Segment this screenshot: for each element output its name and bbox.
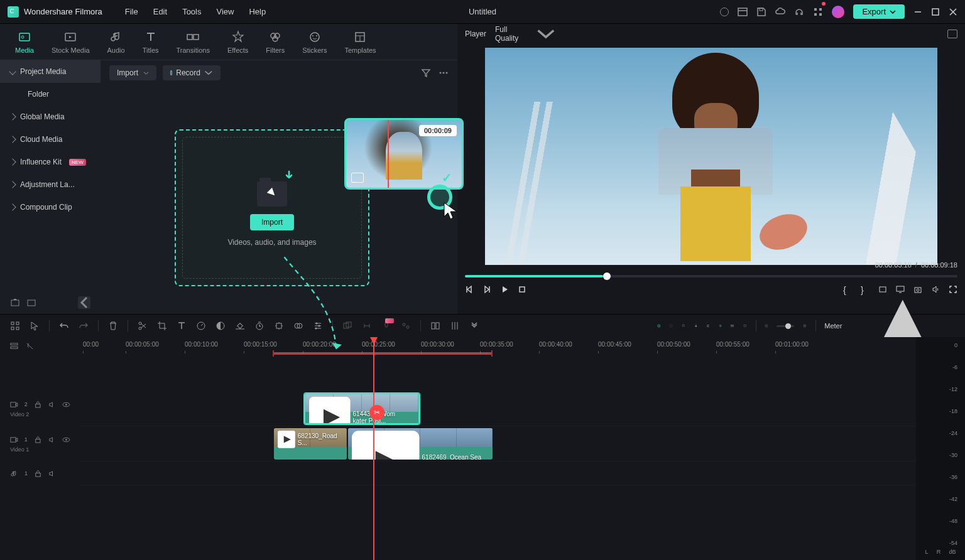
undo-button[interactable]: [59, 321, 69, 331]
tracks-menu-icon[interactable]: [10, 342, 18, 350]
speed-button[interactable]: [196, 321, 206, 331]
voice-button[interactable]: [381, 321, 391, 331]
beat-button[interactable]: [401, 321, 411, 331]
tab-effects[interactable]: Effects: [227, 30, 248, 54]
track-video2[interactable]: 6144331_Wom kater Posi... ✂: [80, 391, 916, 426]
mute-icon[interactable]: [48, 401, 57, 409]
visibility-icon[interactable]: [62, 401, 70, 409]
tab-media[interactable]: Media: [15, 30, 34, 54]
sidebar-folder[interactable]: Folder: [0, 83, 101, 105]
group-button[interactable]: [342, 321, 352, 331]
sidebar-global-media[interactable]: Global Media: [0, 105, 101, 128]
cloud-icon[interactable]: [775, 7, 785, 17]
import-button[interactable]: Import: [250, 214, 294, 230]
color-button[interactable]: [215, 321, 226, 331]
link-icon[interactable]: [731, 321, 734, 331]
mute-icon[interactable]: [48, 470, 57, 478]
quality-dropdown[interactable]: Full Quality: [495, 25, 556, 43]
mute-icon[interactable]: [48, 436, 57, 444]
smile-marker-icon[interactable]: [657, 321, 661, 331]
tab-stock-media[interactable]: Stock Media: [52, 30, 90, 54]
redo-button[interactable]: [79, 321, 89, 331]
apps-icon[interactable]: [813, 7, 823, 17]
track-video1[interactable]: 682130_Road S... 6182469_Ocean Sea Pelje…: [80, 426, 916, 461]
drop-zone[interactable]: Import Videos, audio, and images: [175, 129, 369, 286]
pointer-tool-icon[interactable]: [30, 321, 40, 331]
snapshot-icon[interactable]: [947, 30, 957, 38]
menu-view[interactable]: View: [216, 7, 234, 16]
magnet-icon[interactable]: [719, 321, 722, 331]
adjust-button[interactable]: [313, 321, 323, 331]
zoom-slider[interactable]: [777, 325, 794, 327]
menu-edit[interactable]: Edit: [153, 7, 167, 16]
prev-frame-button[interactable]: [465, 285, 474, 294]
mask-button[interactable]: [293, 321, 303, 331]
sidebar-project-media[interactable]: Project Media: [0, 60, 101, 83]
play-button[interactable]: [500, 285, 509, 294]
timeline-main[interactable]: 00:00 00:00:05:00 00:00:10:00 00:00:15:0…: [80, 337, 916, 560]
media-thumbnail[interactable]: 00:00:09 ✓: [344, 118, 464, 190]
record-dropdown[interactable]: Record: [163, 65, 221, 80]
stop-button[interactable]: [518, 285, 526, 294]
track-header-video2[interactable]: 2 Video 2: [0, 391, 80, 426]
audio-stretch-button[interactable]: [362, 321, 372, 331]
audio-mix-icon[interactable]: [706, 321, 710, 331]
user-avatar[interactable]: [832, 6, 844, 18]
menu-file[interactable]: File: [125, 7, 138, 16]
delete-button[interactable]: [108, 321, 118, 331]
select-tool-icon[interactable]: [10, 321, 20, 331]
record-status-icon[interactable]: [720, 8, 729, 16]
microphone-icon[interactable]: [694, 321, 698, 331]
timeline-ruler[interactable]: 00:00 00:00:05:00 00:00:10:00 00:00:15:0…: [80, 337, 916, 355]
detach-button[interactable]: [430, 321, 440, 331]
track-header-audio1[interactable]: 1: [0, 461, 80, 485]
filter-icon[interactable]: [421, 68, 431, 78]
snap-icon[interactable]: [743, 321, 747, 331]
sidebar-adjustment-layer[interactable]: Adjustment La...: [0, 173, 101, 196]
marker-icon[interactable]: [682, 321, 685, 331]
menu-tools[interactable]: Tools: [182, 7, 201, 16]
sidebar-cloud-media[interactable]: Cloud Media: [0, 128, 101, 151]
tab-audio[interactable]: Audio: [107, 30, 125, 54]
maximize-button[interactable]: [931, 8, 940, 16]
lock-icon[interactable]: [34, 401, 42, 409]
menu-help[interactable]: Help: [249, 7, 266, 16]
sidebar-influence-kit[interactable]: Influence KitNEW: [0, 151, 101, 173]
tracking-button[interactable]: [274, 321, 284, 331]
new-bin-icon[interactable]: [26, 298, 36, 308]
import-dropdown[interactable]: Import: [109, 65, 156, 80]
clip-v1-2[interactable]: 6182469_Ocean Sea Peljesac Bridge_By_...: [348, 428, 493, 460]
more-icon[interactable]: [439, 68, 449, 78]
meter-label[interactable]: Meter: [824, 322, 842, 330]
next-frame-button[interactable]: [482, 285, 491, 294]
zoom-in-button[interactable]: [803, 321, 807, 331]
tab-stickers[interactable]: Stickers: [302, 30, 327, 54]
collapse-sidebar-button[interactable]: [78, 296, 90, 309]
export-button[interactable]: Export: [853, 4, 905, 19]
zoom-out-button[interactable]: [765, 321, 768, 331]
tab-templates[interactable]: Templates: [344, 30, 376, 54]
keyframe-button[interactable]: [235, 321, 245, 331]
tab-filters[interactable]: Filters: [266, 30, 285, 54]
selection-range[interactable]: [273, 352, 493, 355]
mixer-button[interactable]: [450, 321, 460, 331]
more-tools-button[interactable]: [469, 321, 479, 331]
render-icon[interactable]: [669, 321, 673, 331]
preview-scrubber[interactable]: 00:00:03:18/00:00:09:18: [465, 275, 957, 277]
track-header-video1[interactable]: 1 Video 1: [0, 426, 80, 461]
visibility-icon[interactable]: [62, 436, 70, 444]
save-icon[interactable]: [756, 7, 766, 17]
headphones-icon[interactable]: [794, 7, 804, 17]
text-button[interactable]: [177, 321, 187, 331]
split-button[interactable]: [138, 321, 148, 331]
lock-icon[interactable]: [34, 436, 42, 444]
track-audio1[interactable]: [80, 461, 916, 485]
close-button[interactable]: [949, 8, 957, 16]
clip-v1-1[interactable]: 682130_Road S...: [274, 428, 347, 460]
minimize-button[interactable]: [913, 8, 922, 16]
new-folder-icon[interactable]: [10, 298, 20, 308]
track-options-icon[interactable]: [26, 342, 34, 350]
tab-titles[interactable]: Titles: [143, 30, 159, 54]
lock-icon[interactable]: [34, 470, 42, 478]
tab-transitions[interactable]: Transitions: [177, 30, 210, 54]
